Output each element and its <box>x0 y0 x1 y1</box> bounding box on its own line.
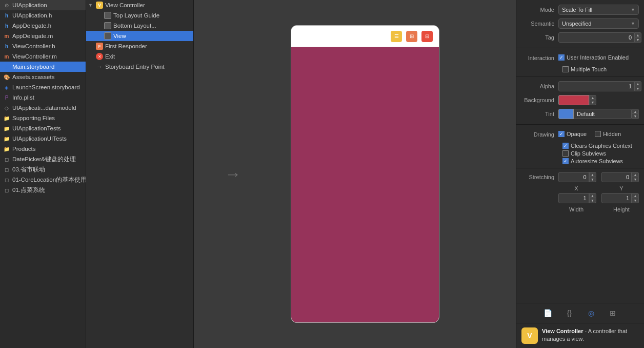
sidebar-item-ViewController-h[interactable]: hViewController.h <box>0 41 86 51</box>
statusbar-icon-1[interactable]: ☰ <box>391 31 402 42</box>
tab-code-icon[interactable]: {} <box>564 307 575 319</box>
multiple-touch-checkbox[interactable] <box>562 66 569 72</box>
y-label: Y <box>608 185 635 191</box>
sidebar-item-AppDelegate-m[interactable]: mAppDelegate.m <box>0 31 86 41</box>
sidebar-item-UIApplication-h[interactable]: hUIApplication.h <box>0 10 86 21</box>
mode-select[interactable]: Scale To Fill ▼ <box>558 5 639 15</box>
sidebar-item-Menu[interactable]: ◻01.点菜系统 <box>0 185 86 195</box>
sidebar-item-Products[interactable]: 📁Products <box>0 144 86 154</box>
tag-input-group: ▲ ▼ <box>558 32 641 43</box>
sidebar-item-CoreLocation[interactable]: ◻01-CoreLocation的基本使用 <box>0 175 86 185</box>
tab-identity-icon[interactable]: ◎ <box>586 307 597 319</box>
opaque-checkbox[interactable]: ✓ <box>558 131 565 137</box>
sidebar-label: Supporting Files <box>12 115 55 121</box>
mode-section: Mode Scale To Fill ▼ Semantic Unspecifie… <box>516 0 644 48</box>
clears-graphics-checkbox-row: ✓ Clears Graphics Context <box>562 143 639 149</box>
stretching-h-input[interactable] <box>601 193 632 203</box>
tree-label: First Responder <box>105 43 147 49</box>
sidebar-item-UIApplicationUITests[interactable]: 📁UIApplicationUITests <box>0 133 86 144</box>
sidebar-label: UIApplicati...datamodeld <box>12 105 76 111</box>
sidebar-item-ViewController-m[interactable]: mViewController.m <box>0 51 86 62</box>
tag-label: Tag <box>521 34 558 41</box>
tree-item-vc-root[interactable]: ▼VView Controller <box>86 0 193 10</box>
sidebar-label: AppDelegate.m <box>12 33 53 39</box>
background-color-swatch[interactable] <box>558 95 589 105</box>
stretching-w-control: ▲ ▼ <box>558 193 596 203</box>
stretching-w-up[interactable]: ▲ <box>589 193 596 198</box>
background-stepper-down[interactable]: ▼ <box>589 100 596 105</box>
sidebar-item-UIApplicationDataModel[interactable]: ◇UIApplicati...datamodeld <box>0 103 86 113</box>
clears-graphics-row: ✓ Clears Graphics Context <box>521 143 639 149</box>
stretching-h-control: ▲ ▼ <box>601 193 639 203</box>
stretching-x-down[interactable]: ▼ <box>589 177 596 182</box>
stretching-wh-labels: Width Height <box>521 206 639 212</box>
autoresize-checkbox-row: ✓ Autoresize Subviews <box>562 158 639 164</box>
phone-mockup: ☰ ⊞ ⊟ <box>291 25 439 323</box>
info-text: View Controller - A controller that mana… <box>542 327 639 343</box>
sidebar-label: 03.省市联动 <box>12 166 45 173</box>
interaction-section: Interaction ✓ User Interaction Enabled M… <box>516 48 644 76</box>
tab-layout-icon[interactable]: ⊞ <box>607 307 618 319</box>
tree-label: View <box>113 33 126 39</box>
user-interaction-checkbox[interactable]: ✓ <box>558 54 565 61</box>
tint-stepper-up[interactable]: ▲ <box>632 109 639 114</box>
sidebar-item-DatePicker[interactable]: ◻DatePicker&键盘的处理 <box>0 154 86 164</box>
tag-stepper: ▲ ▼ <box>634 32 641 43</box>
tree-item-bottom-layout[interactable]: Bottom Layout... <box>86 21 193 31</box>
tree-arrow: ▼ <box>88 3 95 8</box>
stretching-y-up[interactable]: ▲ <box>632 172 639 177</box>
sidebar-item-Main-storyboard[interactable]: ◈Main.storyboard <box>0 62 86 72</box>
background-stepper-up[interactable]: ▲ <box>589 95 596 100</box>
stretching-row: Stretching ▲ ▼ ▲ <box>521 171 639 183</box>
tree-item-top-layout[interactable]: Top Layout Guide <box>86 10 193 21</box>
sidebar-label: ViewController.m <box>12 53 57 60</box>
sidebar-label: 01-CoreLocation的基本使用 <box>12 176 86 184</box>
statusbar-icon-3[interactable]: ⊟ <box>421 31 433 42</box>
clip-subviews-checkbox-row: Clip Subviews <box>562 150 639 157</box>
stretching-y-down[interactable]: ▼ <box>632 177 639 182</box>
tab-file-icon[interactable]: 📄 <box>542 307 554 319</box>
semantic-select-value: Unspecified <box>562 21 591 27</box>
sidebar-item-Assets-xcassets[interactable]: 🎨Assets.xcassets <box>0 72 86 82</box>
clip-subviews-checkbox[interactable] <box>562 150 569 157</box>
tint-color-swatch[interactable] <box>558 109 574 119</box>
statusbar-icon-2[interactable]: ⊞ <box>406 31 417 42</box>
tree-label: Top Layout Guide <box>113 12 159 18</box>
sidebar-item-SupportingFiles[interactable]: 📁Supporting Files <box>0 113 86 123</box>
clears-graphics-checkbox[interactable]: ✓ <box>562 143 569 149</box>
stretching-y-input[interactable] <box>601 172 632 182</box>
semantic-control: Unspecified ▼ <box>558 18 639 29</box>
stretching-x-up[interactable]: ▲ <box>589 172 596 177</box>
sidebar-item-City[interactable]: ◻03.省市联动 <box>0 164 86 175</box>
tint-stepper-down[interactable]: ▼ <box>632 114 639 119</box>
sidebar-label: Products <box>12 146 35 152</box>
tag-input[interactable] <box>558 32 634 43</box>
tree-item-first-responder[interactable]: FFirst Responder <box>86 41 193 51</box>
stretching-w-down[interactable]: ▼ <box>589 198 596 203</box>
hidden-checkbox[interactable] <box>595 131 601 137</box>
sidebar-item-Info-plist[interactable]: PInfo.plist <box>0 92 86 103</box>
alpha-stepper-down[interactable]: ▼ <box>634 86 641 91</box>
autoresize-checkbox[interactable]: ✓ <box>562 158 569 164</box>
sidebar-item-LaunchScreen-storyboard[interactable]: ◈LaunchScreen.storyboard <box>0 82 86 92</box>
alpha-stepper-up[interactable]: ▲ <box>634 81 641 86</box>
stretching-h-group: ▲ ▼ <box>601 193 639 203</box>
tree-item-exit[interactable]: ✕Exit <box>86 51 193 62</box>
tree-item-entry-point[interactable]: →Storyboard Entry Point <box>86 62 193 72</box>
tag-control: ▲ ▼ <box>558 32 641 43</box>
sidebar-item-UIApplicationTests[interactable]: 📁UIApplicationTests <box>0 123 86 133</box>
alpha-control: ▲ ▼ <box>558 81 641 91</box>
tree-item-view[interactable]: View <box>86 31 193 41</box>
stretching-w-input[interactable] <box>558 193 589 203</box>
tag-stepper-up[interactable]: ▲ <box>634 32 641 37</box>
tag-stepper-down[interactable]: ▼ <box>634 37 641 43</box>
alpha-input[interactable] <box>558 81 634 91</box>
stretching-y-stepper: ▲ ▼ <box>632 172 639 182</box>
tree-icon <box>104 11 112 20</box>
sidebar-item-UIApplication-class[interactable]: ⊙UIApplication <box>0 0 86 10</box>
semantic-select[interactable]: Unspecified ▼ <box>558 18 639 29</box>
stretching-h-up[interactable]: ▲ <box>632 193 639 198</box>
stretching-h-down[interactable]: ▼ <box>632 198 639 203</box>
sidebar-item-AppDelegate-h[interactable]: hAppDelegate.h <box>0 21 86 31</box>
stretching-x-input[interactable] <box>558 172 589 182</box>
